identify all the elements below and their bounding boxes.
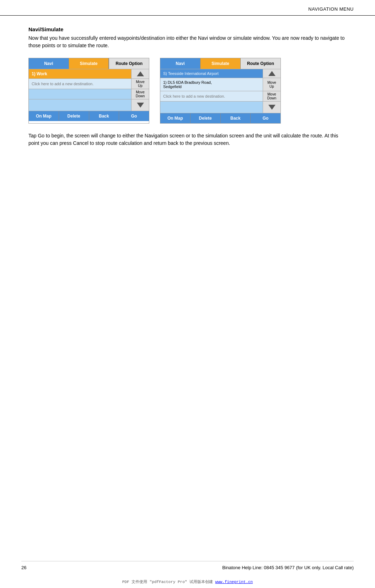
back-btn-2[interactable]: Back: [221, 113, 251, 123]
dl5-cell: 1) DL5 6DA Bradbury Road, Sedgefield: [160, 78, 263, 91]
screenshot-2: Navi Simulate Route Option S) Teesside I…: [160, 58, 281, 124]
empty-cell-2: [29, 99, 131, 111]
arrow-up-btn-2[interactable]: [263, 69, 280, 78]
add-dest-cell-1: Click here to add a new destination.: [29, 79, 131, 89]
move-up-btn-2[interactable]: MoveUp: [263, 78, 280, 91]
move-down-btn-1[interactable]: MoveDown: [131, 89, 149, 99]
delete-btn-2[interactable]: Delete: [191, 113, 221, 123]
move-up-btn-1[interactable]: MoveUp: [131, 79, 149, 89]
add-dest-cell-2: Click here to add a new destination.: [160, 91, 263, 101]
tab-simulate-2[interactable]: Simulate: [200, 58, 241, 69]
row-arrow-down-1: [29, 99, 149, 111]
pdf-footer-link[interactable]: www.fineprint.cn: [215, 580, 253, 584]
help-line: Binatone Help Line: 0845 345 9677 (for U…: [222, 565, 354, 570]
bottom-bar-1: On Map Delete Back Go: [29, 111, 149, 121]
tab-navi-1[interactable]: Navi: [29, 58, 69, 69]
row-empty-1: MoveDown: [29, 89, 149, 99]
page-number: 26: [21, 565, 26, 570]
screenshot-1: Navi Simulate Route Option 1) Work Click…: [28, 58, 149, 124]
arrow-up-icon-1: [137, 71, 144, 76]
row-arrow-down-2: [160, 101, 280, 113]
back-btn-1[interactable]: Back: [89, 111, 119, 121]
header-title: NAVIGATION MENU: [308, 6, 354, 12]
row-dl5: 1) DL5 6DA Bradbury Road, Sedgefield Mov…: [160, 78, 280, 91]
pdf-footer: PDF 文件使用 "pdfFactory Pro" 试用版本创建 www.fin…: [0, 579, 375, 584]
row-teesside: S) Teesside International Airport: [160, 69, 280, 78]
arrow-up-btn-1[interactable]: [131, 69, 149, 78]
arrow-up-icon-2: [268, 71, 275, 76]
section-title: Navi/Simulate: [28, 26, 347, 32]
row-add-dest-1: Click here to add a new destination. Mov…: [29, 78, 149, 89]
tab-route-2[interactable]: Route Option: [241, 58, 280, 69]
row-work: 1) Work: [29, 69, 149, 78]
row-add-dest-2: Click here to add a new destination. Mov…: [160, 91, 280, 101]
tab-navi-2[interactable]: Navi: [160, 58, 200, 69]
screenshots-row: Navi Simulate Route Option 1) Work Click…: [28, 58, 347, 124]
page-content: Navi/Simulate Now that you have successf…: [0, 16, 375, 161]
footer-area: 26 Binatone Help Line: 0845 345 9677 (fo…: [0, 561, 375, 570]
on-map-btn-2[interactable]: On Map: [160, 113, 191, 123]
arrow-down-btn-1[interactable]: [131, 99, 149, 111]
teesside-cell: S) Teesside International Airport: [160, 69, 263, 78]
tab-bar-1: Navi Simulate Route Option: [29, 58, 149, 69]
go-btn-2[interactable]: Go: [251, 113, 280, 123]
tap-text: Tap Go to begin, the screen will change …: [28, 132, 347, 147]
bottom-bar-2: On Map Delete Back Go: [160, 113, 280, 123]
empty-cell-1: [29, 89, 131, 99]
delete-btn-1[interactable]: Delete: [59, 111, 89, 121]
work-cell: 1) Work: [29, 69, 131, 78]
section-body: Now that you have successfully entered w…: [28, 34, 347, 49]
tab-bar-2: Navi Simulate Route Option: [160, 58, 280, 69]
tab-route-1[interactable]: Route Option: [109, 58, 149, 69]
arrow-down-icon-1: [137, 103, 144, 108]
move-down-btn-2[interactable]: MoveDown: [263, 91, 280, 101]
arrow-down-icon-2: [268, 105, 275, 110]
tab-simulate-1[interactable]: Simulate: [69, 58, 109, 69]
on-map-btn-1[interactable]: On Map: [29, 111, 59, 121]
go-btn-1[interactable]: Go: [119, 111, 149, 121]
page-header: NAVIGATION MENU: [0, 0, 375, 16]
arrow-down-btn-2[interactable]: [263, 102, 280, 113]
empty-cell-3: [160, 102, 263, 113]
